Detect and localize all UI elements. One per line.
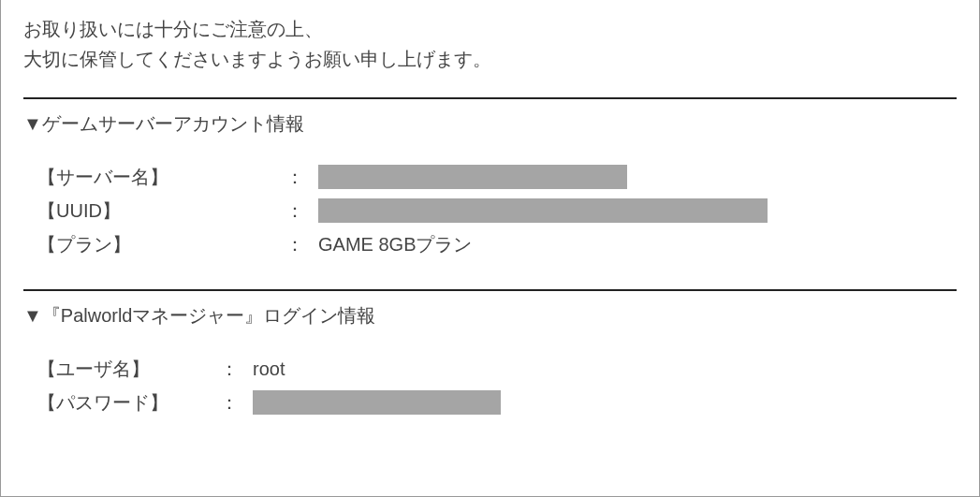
info-row-server-name: 【サーバー名】 ： <box>23 162 957 192</box>
section-divider <box>23 97 957 99</box>
label-username: 【ユーザ名】 <box>37 354 220 384</box>
label-plan: 【プラン】 <box>37 229 285 259</box>
intro-text: お取り扱いには十分にご注意の上、 大切に保管してくださいますようお願い申し上げま… <box>23 14 957 74</box>
info-row-username: 【ユーザ名】 ： root <box>23 354 957 384</box>
value-plan: GAME 8GBプラン <box>318 229 472 259</box>
colon: ： <box>220 387 253 417</box>
colon: ： <box>285 162 318 192</box>
info-row-uuid: 【UUID】 ： <box>23 196 957 226</box>
colon: ： <box>285 229 318 259</box>
section-game-server-account: ▼ゲームサーバーアカウント情報 【サーバー名】 ： 【UUID】 ： 【プラン】… <box>23 97 957 259</box>
info-row-password: 【パスワード】 ： <box>23 387 957 417</box>
intro-line-1: お取り扱いには十分にご注意の上、 <box>23 14 957 44</box>
section-heading-palworld-login: ▼『Palworldマネージャー』ログイン情報 <box>23 300 957 330</box>
section-heading-game-server: ▼ゲームサーバーアカウント情報 <box>23 109 957 139</box>
label-server-name: 【サーバー名】 <box>37 162 285 192</box>
intro-line-2: 大切に保管してくださいますようお願い申し上げます。 <box>23 44 957 74</box>
label-uuid: 【UUID】 <box>37 196 285 226</box>
colon: ： <box>285 196 318 226</box>
section-divider <box>23 289 957 291</box>
info-row-plan: 【プラン】 ： GAME 8GBプラン <box>23 229 957 259</box>
value-server-name-redacted <box>318 165 627 189</box>
label-password: 【パスワード】 <box>37 387 220 417</box>
section-palworld-manager-login: ▼『Palworldマネージャー』ログイン情報 【ユーザ名】 ： root 【パ… <box>23 289 957 417</box>
value-uuid-redacted <box>318 198 768 223</box>
colon: ： <box>220 354 253 384</box>
value-password-redacted <box>253 390 501 415</box>
value-username: root <box>253 354 285 384</box>
